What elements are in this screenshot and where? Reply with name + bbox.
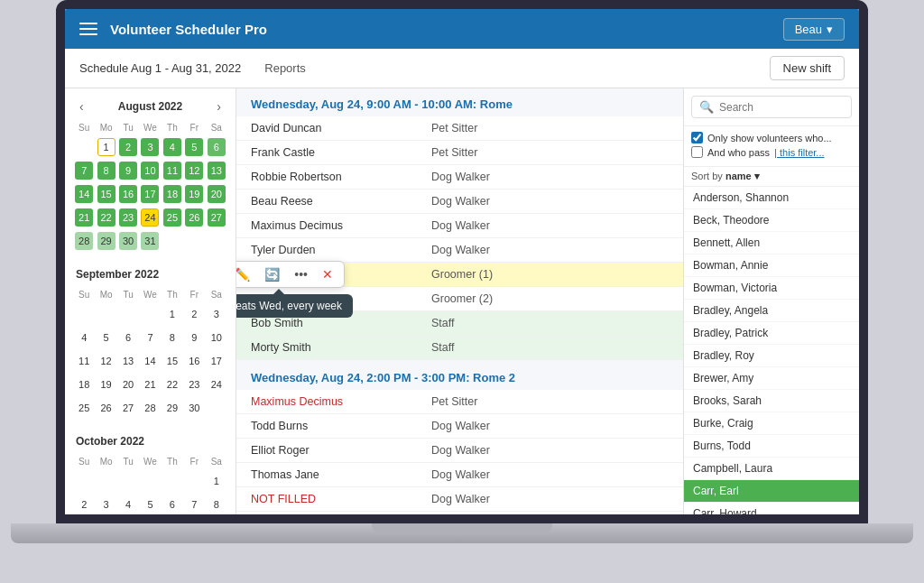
cal-day[interactable]: 30 bbox=[119, 232, 137, 250]
cal-day-cell[interactable]: 14 bbox=[74, 183, 94, 205]
cal-day-cell[interactable]: 3 bbox=[140, 136, 160, 158]
reports-tab[interactable]: Reports bbox=[252, 56, 319, 80]
cal-day[interactable]: 23 bbox=[119, 208, 137, 227]
cal-day-cell[interactable]: 13 bbox=[207, 160, 226, 181]
cal-day-cell[interactable]: 20 bbox=[207, 183, 226, 205]
cal-day-cell[interactable]: 1 bbox=[96, 136, 116, 158]
list-item[interactable]: Beck, Theodore bbox=[684, 209, 859, 232]
cal-day[interactable]: 15 bbox=[97, 185, 116, 203]
close-button[interactable]: ✕ bbox=[317, 264, 338, 284]
cal-day[interactable]: 13 bbox=[208, 162, 226, 180]
list-item[interactable]: Brooks, Sarah bbox=[684, 390, 859, 412]
cal-day[interactable]: 19 bbox=[185, 185, 203, 203]
menu-icon[interactable] bbox=[79, 23, 97, 35]
cal-day-cell[interactable]: 8 bbox=[96, 160, 116, 181]
list-item[interactable]: Bennett, Allen bbox=[684, 232, 859, 254]
cal-day[interactable]: 3 bbox=[141, 138, 159, 156]
cal-day-cell[interactable]: 28 bbox=[74, 230, 94, 252]
cal-day[interactable]: 3 bbox=[208, 305, 226, 323]
list-item[interactable]: Bradley, Patrick bbox=[684, 322, 859, 345]
cal-day[interactable]: 20 bbox=[208, 185, 226, 203]
list-item[interactable]: Campbell, Laura bbox=[684, 458, 859, 480]
cal-day[interactable]: 29 bbox=[97, 232, 116, 250]
cal-day[interactable]: 14 bbox=[75, 185, 93, 203]
list-item[interactable]: Bradley, Angela bbox=[684, 300, 859, 322]
list-item[interactable]: Brewer, Amy bbox=[684, 367, 859, 390]
cal-day-cell[interactable]: 5 bbox=[184, 136, 204, 158]
cal-next-button[interactable]: › bbox=[213, 99, 225, 114]
list-item[interactable]: Burns, Todd bbox=[684, 435, 859, 458]
cal-day[interactable]: 25 bbox=[163, 208, 181, 227]
filter-checkbox-2[interactable] bbox=[691, 146, 703, 158]
cal-day-cell[interactable]: 16 bbox=[118, 183, 138, 205]
more-button[interactable]: ••• bbox=[289, 264, 313, 284]
cal-day[interactable]: 26 bbox=[185, 208, 203, 227]
list-item-active[interactable]: Carr, Earl bbox=[684, 480, 859, 503]
cal-day-cell[interactable]: 2 bbox=[118, 136, 138, 158]
cal-day-cell[interactable]: 17 bbox=[140, 183, 160, 205]
cal-day-cell[interactable]: 9 bbox=[118, 160, 138, 181]
cal-day-cell[interactable]: 21 bbox=[74, 207, 94, 228]
cal-day-cell[interactable]: 18 bbox=[162, 183, 182, 205]
cal-day-cell[interactable]: 22 bbox=[96, 207, 116, 228]
cal-day[interactable]: 27 bbox=[208, 208, 226, 227]
cal-day[interactable]: 28 bbox=[75, 232, 93, 250]
cal-prev-button[interactable]: ‹ bbox=[76, 99, 88, 114]
list-item[interactable]: Burke, Craig bbox=[684, 412, 859, 435]
cal-day-cell[interactable]: 24 bbox=[140, 207, 160, 228]
filter-checkbox-1[interactable] bbox=[691, 132, 703, 143]
table-row-selected[interactable]: Joyce Dean ✏️ 🔄 ••• ✕ Repeats Wed, every bbox=[236, 263, 683, 287]
cal-day-cell[interactable]: 15 bbox=[96, 183, 116, 205]
cal-day-cell[interactable]: 29 bbox=[96, 230, 116, 252]
cal-day[interactable]: 8 bbox=[97, 162, 116, 180]
cal-day[interactable]: 9 bbox=[119, 162, 137, 180]
cal-day-cell[interactable]: 10 bbox=[140, 160, 160, 181]
cal-day[interactable]: 10 bbox=[141, 162, 159, 180]
repeat-button[interactable]: 🔄 bbox=[259, 264, 285, 284]
cal-day[interactable]: 1 bbox=[163, 305, 181, 323]
calendar-october: October 2022 SuMoTuWeThFrSa bbox=[72, 435, 228, 514]
sort-field[interactable]: name ▾ bbox=[725, 171, 760, 181]
cal-day[interactable]: 11 bbox=[163, 162, 181, 180]
cal-day[interactable]: 18 bbox=[163, 185, 181, 203]
cal-day[interactable]: 2 bbox=[185, 305, 203, 323]
list-item[interactable]: Anderson, Shannon bbox=[684, 187, 859, 209]
list-item[interactable]: Bradley, Roy bbox=[684, 345, 859, 367]
cal-day[interactable]: 7 bbox=[75, 162, 93, 180]
cal-day[interactable]: 22 bbox=[97, 208, 116, 227]
cal-day[interactable]: 21 bbox=[75, 208, 93, 227]
new-shift-button[interactable]: New shift bbox=[770, 56, 845, 80]
cal-day-cell[interactable]: 12 bbox=[184, 160, 204, 181]
list-item[interactable]: Carr, Howard bbox=[684, 503, 859, 514]
cal-day[interactable]: 1 bbox=[97, 138, 116, 156]
cal-day-cell[interactable]: 30 bbox=[118, 230, 138, 252]
cal-day[interactable]: 31 bbox=[141, 232, 159, 250]
cal-day-cell[interactable]: 27 bbox=[207, 207, 226, 228]
volunteer-role: Pet Sitter bbox=[417, 116, 683, 141]
cal-day-cell[interactable]: 11 bbox=[162, 160, 182, 181]
cal-day-cell[interactable]: 7 bbox=[74, 160, 94, 181]
cal-day-cell[interactable]: 23 bbox=[118, 207, 138, 228]
cal-day-cell[interactable]: 26 bbox=[184, 207, 204, 228]
cal-day-cell[interactable]: 4 bbox=[162, 136, 182, 158]
cal-day-cell[interactable]: 25 bbox=[162, 207, 182, 228]
cal-day[interactable]: 16 bbox=[119, 185, 137, 203]
cal-day[interactable]: 12 bbox=[185, 162, 203, 180]
filter-label-2: And who pass bbox=[707, 147, 770, 158]
search-input[interactable] bbox=[719, 101, 844, 114]
cal-day[interactable]: 6 bbox=[208, 138, 226, 156]
cal-day[interactable]: 17 bbox=[141, 185, 159, 203]
cal-day[interactable]: 2 bbox=[119, 138, 137, 156]
cal-day-cell[interactable]: 19 bbox=[184, 183, 204, 205]
cal-day[interactable]: 4 bbox=[163, 138, 181, 156]
user-menu[interactable]: Beau ▾ bbox=[783, 18, 845, 41]
list-item[interactable]: Bowman, Victoria bbox=[684, 277, 859, 300]
cal-day-selected[interactable]: 24 bbox=[141, 208, 159, 227]
cal-day-cell[interactable]: 6 bbox=[207, 136, 226, 158]
edit-button[interactable]: ✏️ bbox=[236, 264, 255, 284]
filter-link[interactable]: | this filter... bbox=[774, 147, 824, 158]
cal-day-cell[interactable]: 31 bbox=[140, 230, 160, 252]
list-item[interactable]: Bowman, Annie bbox=[684, 254, 859, 277]
cal-day[interactable]: 5 bbox=[185, 138, 203, 156]
search-wrapper[interactable]: 🔍 bbox=[691, 96, 852, 118]
